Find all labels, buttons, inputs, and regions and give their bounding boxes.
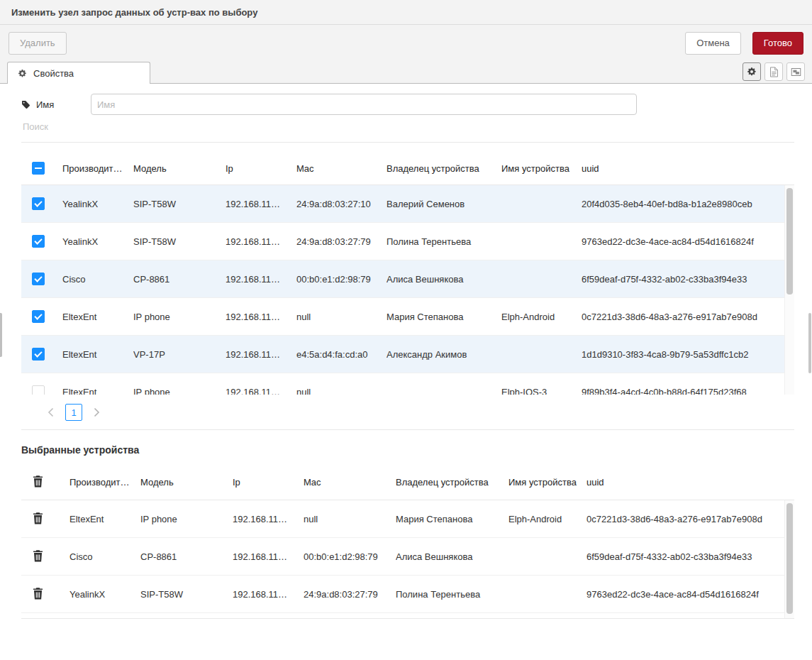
trash-cell [21,586,69,602]
name-field-row: Имя [21,94,794,115]
checkbox-cell [21,385,62,395]
devices-table: Производит…МодельIpMacВладелец устройств… [21,152,794,430]
device-row[interactable]: EltexEntIP phone192.168.11…nullМария Сте… [21,298,794,336]
delete-button[interactable]: Удалить [9,32,67,55]
dialog-toolbar: Удалить Отмена Готово [0,25,812,61]
tray-resize-handle[interactable] [0,313,2,357]
appearance-tab-button[interactable] [786,62,805,81]
cell-manufacturer: EltexEnt [62,349,133,360]
cell-manufacturer: EltexEnt [69,514,140,524]
device-row[interactable]: YealinkXSIP-T58W192.168.11…24:9a:d8:03:2… [21,223,794,260]
column-header: Имя устройства [508,477,586,488]
cell-model: SIP-T58W [133,236,226,247]
next-page-button[interactable] [89,404,104,421]
done-button[interactable]: Готово [752,32,803,55]
cell-uuid: 1d1d9310-3f83-4ca8-9b79-5a53dffc1cb2 [582,349,794,360]
cell-owner: Мария Степанова [396,514,508,524]
cell-mac: 24:9a:d8:03:27:79 [304,589,396,600]
select-all-cell [21,162,62,175]
cell-manufacturer: EltexEnt [62,387,133,395]
trash-cell [21,549,69,564]
cell-model: SIP-T58W [140,589,233,600]
trash-cell [21,511,69,527]
selected-device-row: EltexEntIP phone192.168.11…nullМария Сте… [21,500,794,538]
page-scrollbar[interactable] [808,313,811,373]
cell-manufacturer: YealinkX [62,199,133,209]
cell-device_name: Elph-Android [501,312,582,322]
cell-manufacturer: YealinkX [62,236,133,247]
cell-uuid: 9763ed22-dc3e-4ace-ac84-d54d1616824f [586,589,794,600]
row-checkbox[interactable] [32,197,45,210]
row-checkbox[interactable] [32,310,45,323]
cell-device_name: Elph-IOS-3 [501,387,582,395]
cell-ip: 192.168.11… [226,312,296,322]
cell-owner: Полина Терентьева [386,236,501,247]
chevron-left-icon [48,407,55,417]
selected-table-scrollbar[interactable] [784,500,794,618]
cell-owner: Алиса Вешнякова [386,274,501,285]
cell-model: CP-8861 [133,274,226,285]
cell-ip: 192.168.11… [233,551,304,562]
cell-mac: 00:b0:e1:d2:98:79 [304,551,396,562]
cell-model: IP phone [133,312,226,322]
select-all-checkbox[interactable] [32,162,45,175]
cell-uuid: 0c7221d3-38d6-48a3-a276-e917ab7e908d [582,312,794,322]
cell-mac: e4:5a:d4:fa:cd:a0 [296,349,386,360]
cell-uuid: 6f59deaf-d75f-4332-ab02-c33ba3f94e33 [582,274,794,285]
cell-manufacturer: Cisco [62,274,133,285]
devices-table-header: Производит…МодельIpMacВладелец устройств… [21,152,794,185]
cell-uuid: 6f59deaf-d75f-4332-ab02-c33ba3f94e33 [586,551,794,562]
cell-owner: Валерий Семенов [386,199,501,209]
checkbox-cell [21,273,62,285]
device-row[interactable]: CiscoCP-8861192.168.11…00:b0:e1:d2:98:79… [21,260,794,298]
tab-properties-label: Свойства [33,68,74,79]
row-checkbox[interactable] [32,348,45,361]
name-input[interactable] [91,94,637,115]
tab-properties[interactable]: Свойства [7,62,150,84]
cell-mac: 24:9a:d8:03:27:10 [296,199,386,209]
cell-manufacturer: Cisco [69,551,140,562]
chevron-right-icon [93,407,100,417]
device-row[interactable]: EltexEntVP-17P192.168.11…e4:5a:d4:fa:cd:… [21,336,794,373]
trash-icon [33,512,43,524]
search-input[interactable] [21,121,797,133]
edit-node-dialog: { "dialog": { "title": "Изменить узел за… [0,0,812,660]
remove-device-button[interactable] [30,549,45,563]
delete-all-cell [21,474,69,490]
checkbox-cell [21,197,62,210]
tab-action-buttons [743,62,805,81]
column-header: Производит… [69,477,140,488]
column-header: Ip [226,163,296,174]
scrollbar-handle[interactable] [786,503,793,614]
page-number-button[interactable]: 1 [65,404,82,421]
cell-mac: 00:b0:e1:d2:98:79 [296,274,386,285]
trash-icon [33,588,43,600]
device-row[interactable]: EltexEntIP phone192.168.11…nullElph-IOS-… [21,373,794,395]
cell-mac: null [296,312,386,322]
cancel-button[interactable]: Отмена [685,32,741,55]
devices-table-scrollbar[interactable] [784,185,794,395]
cell-model: IP phone [133,387,226,395]
delete-all-button[interactable] [30,474,45,488]
previous-page-button[interactable] [44,404,58,421]
column-header: Mac [304,477,396,488]
cell-mac: null [296,387,386,395]
remove-device-button[interactable] [30,586,45,600]
cell-model: IP phone [140,514,233,524]
selected-devices-title: Выбранные устройства [21,444,794,456]
remove-device-button[interactable] [30,511,45,525]
trash-icon [33,475,43,488]
row-checkbox[interactable] [32,235,45,248]
description-tab-button[interactable] [764,62,783,81]
cell-owner: Мария Степанова [386,312,501,322]
row-checkbox[interactable] [32,273,45,285]
scrollbar-handle[interactable] [786,188,793,295]
cell-model: CP-8861 [140,551,233,562]
cell-ip: 192.168.11… [226,274,296,285]
properties-tab-button[interactable] [743,62,761,81]
device-row[interactable]: YealinkXSIP-T58W192.168.11…24:9a:d8:03:2… [21,185,794,223]
dialog-header: Изменить узел запрос данных об устр-вах … [0,0,812,25]
column-header: Mac [296,163,386,174]
selected-table-body: EltexEntIP phone192.168.11…nullМария Сте… [21,500,794,618]
row-checkbox[interactable] [32,385,45,395]
